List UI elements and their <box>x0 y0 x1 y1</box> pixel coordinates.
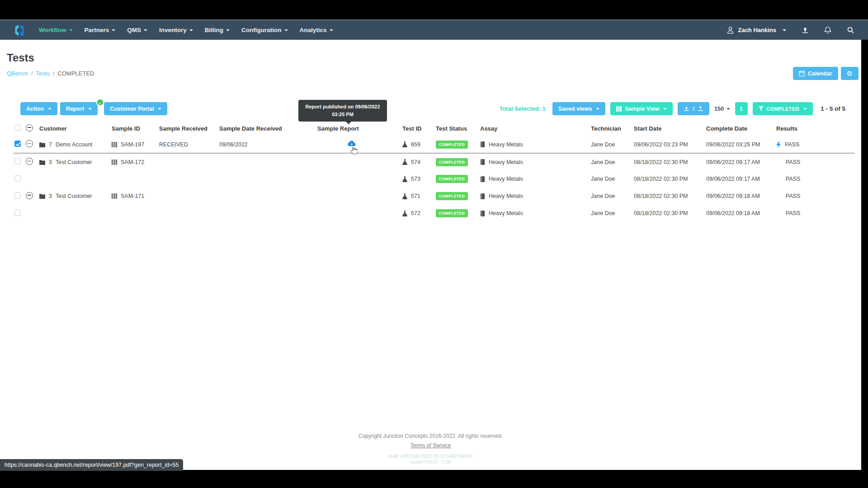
assay-name: Heavy Metals <box>489 193 523 199</box>
settings-button[interactable]: ⚙ <box>841 67 859 80</box>
test-id: 659 <box>411 141 420 148</box>
start-date: 08/18/2022 02:30 PM <box>633 153 705 170</box>
nav-item-analytics[interactable]: Analytics <box>300 27 333 33</box>
col-start-date[interactable]: Start Date <box>633 121 705 136</box>
row-checkbox[interactable] <box>14 192 21 199</box>
action-button[interactable]: Action <box>20 102 57 115</box>
user-menu[interactable]: Zach Hankins <box>726 26 786 34</box>
page-number-button[interactable]: 1 <box>735 102 748 115</box>
nav-item-configuration[interactable]: Configuration <box>241 27 288 33</box>
collapse-all-icon[interactable] <box>26 124 33 131</box>
upload-button[interactable] <box>802 27 809 34</box>
table-row[interactable]: 572 COMPLETED Heavy Metals Jane Doe 08/1… <box>14 205 854 222</box>
status-badge: COMPLETED <box>436 175 468 183</box>
result-value: PASS <box>786 176 800 182</box>
col-results[interactable]: Results <box>775 121 854 136</box>
breadcrumb-home-link[interactable]: QBench <box>7 70 28 77</box>
table-row[interactable]: 3 Test Customer SAM-171 571 COMPLETED <box>14 188 854 205</box>
table-row[interactable]: 3 Test Customer SAM-172 574 COMPLETED <box>14 153 854 170</box>
calendar-button[interactable]: Calendar <box>793 67 838 80</box>
report-button[interactable]: Report <box>60 102 98 115</box>
report-tooltip: Report published on 09/06/2022 03:25 PM <box>298 100 387 122</box>
nav-item-workflow[interactable]: Workflow <box>39 27 73 33</box>
col-test-status[interactable]: Test Status <box>435 121 479 136</box>
flask-icon <box>402 141 407 147</box>
breadcrumb: QBench/Tests/COMPLETED <box>7 70 854 77</box>
saved-views-button[interactable]: Saved views <box>552 102 605 115</box>
nav-item-billing[interactable]: Billing <box>205 27 230 33</box>
terms-of-service-link[interactable]: Terms of Service <box>410 442 451 449</box>
status-badge: COMPLETED <box>436 141 468 149</box>
col-test-id[interactable]: Test ID <box>401 121 435 136</box>
col-sample-date-received[interactable]: Sample Date Received <box>218 121 316 136</box>
breadcrumb-tests-link[interactable]: Tests <box>36 70 50 77</box>
breadcrumb-separator: / <box>31 70 33 77</box>
build-version-text: build v.6611abf.2022.09.02.1662148139 <box>0 453 861 459</box>
sample-view-label: Sample View <box>625 106 659 112</box>
nav-label: Workflow <box>39 27 66 33</box>
sample-view-button[interactable]: Sample View <box>610 102 673 115</box>
chevron-down-icon <box>284 29 288 31</box>
divider: / <box>693 106 694 112</box>
chevron-down-icon <box>726 108 730 110</box>
col-sample-report[interactable]: Sample Report <box>316 121 401 136</box>
assay-name: Heavy Metals <box>489 210 523 216</box>
nav-item-qms[interactable]: QMS <box>127 27 147 33</box>
chevron-down-icon <box>663 108 667 110</box>
report-download-icon[interactable] <box>347 141 356 147</box>
col-customer[interactable]: Customer <box>38 121 111 136</box>
chevron-down-icon <box>112 29 115 31</box>
collapse-row-icon[interactable] <box>26 192 33 199</box>
notifications-button[interactable] <box>824 26 831 34</box>
upload-icon <box>698 106 703 112</box>
search-icon <box>847 26 854 34</box>
folder-icon <box>39 193 45 199</box>
nav-item-partners[interactable]: Partners <box>85 27 116 33</box>
import-export-button[interactable]: / <box>678 102 709 115</box>
technician: Jane Doe <box>590 205 633 222</box>
upload-icon <box>802 27 809 34</box>
flask-icon <box>402 211 407 216</box>
col-sample-received[interactable]: Sample Received <box>158 121 218 136</box>
calendar-label: Calendar <box>808 70 832 77</box>
saved-views-label: Saved views <box>558 106 592 112</box>
select-all-checkbox[interactable] <box>14 125 21 131</box>
top-navbar: Workflow Partners QMS Inventory Billing … <box>0 20 868 40</box>
page-title: Tests <box>7 52 854 64</box>
breadcrumb-current: COMPLETED <box>58 70 94 77</box>
col-complete-date[interactable]: Complete Date <box>705 121 775 136</box>
col-technician[interactable]: Technician <box>590 121 633 136</box>
result-range: 1 - 5 of 5 <box>821 105 845 112</box>
customer-portal-button[interactable]: Customer Portal <box>104 102 167 115</box>
assay-icon <box>480 211 485 216</box>
table-header-row: Customer Sample ID Sample Received Sampl… <box>14 121 854 136</box>
person-icon <box>726 26 734 34</box>
row-checkbox[interactable] <box>14 175 21 182</box>
total-selected: Total Selected: 1 <box>499 105 545 112</box>
qbench-logo-icon[interactable] <box>13 23 26 37</box>
search-button[interactable] <box>847 26 854 34</box>
collapse-row-icon[interactable] <box>26 158 33 165</box>
result-value: PASS <box>785 141 799 148</box>
row-checkbox[interactable] <box>14 141 21 147</box>
status-filter-button[interactable]: COMPLETED <box>753 102 813 115</box>
row-checkbox[interactable] <box>14 158 21 164</box>
col-sample-id[interactable]: Sample ID <box>111 121 158 136</box>
chevron-down-icon <box>69 29 73 31</box>
table-row[interactable]: 573 COMPLETED Heavy Metals Jane Doe 08/1… <box>14 170 854 188</box>
technician: Jane Doe <box>590 170 633 188</box>
page-size-select[interactable]: 150 <box>714 105 730 112</box>
table-row[interactable]: 7 Demo Account SAM-197 RECEIVED 09/06/20… <box>14 136 854 153</box>
row-checkbox[interactable] <box>14 210 21 216</box>
collapse-row-icon[interactable] <box>26 140 33 147</box>
user-name: Zach Hankins <box>738 27 776 33</box>
col-assay[interactable]: Assay <box>479 121 590 136</box>
columns-icon <box>616 106 622 112</box>
nav-item-inventory[interactable]: Inventory <box>159 27 193 33</box>
complete-date: 09/06/2022 09:17 AM <box>705 170 775 188</box>
test-id: 574 <box>411 159 420 165</box>
nav-label: Billing <box>205 27 223 33</box>
action-label: Action <box>26 106 44 112</box>
customer-name: Test Customer <box>56 193 92 199</box>
status-badge: COMPLETED <box>436 192 468 200</box>
